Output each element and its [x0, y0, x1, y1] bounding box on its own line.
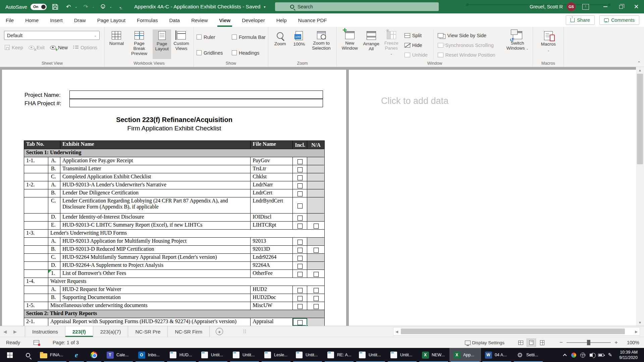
table-row[interactable]: B.Transmittal LetterTrsLtr	[24, 165, 324, 173]
table-row[interactable]: E.HUD-92013-C LIHTC Summary Report (Exce…	[24, 222, 324, 230]
taskbar-app-chrome[interactable]	[85, 348, 103, 362]
taskbar-app-doc-untit[interactable]: Untit...	[292, 348, 323, 362]
taskbar-clock[interactable]: 10:39 AM 9/11/2020	[614, 350, 642, 360]
table-row[interactable]: D.HUD-92264-A Supplement to Project Anal…	[24, 262, 324, 270]
ribbon-tab-help[interactable]: Help	[271, 13, 292, 27]
ribbon-tab-nuance-pdf[interactable]: Nuance PDF	[292, 13, 333, 27]
network-icon[interactable]	[578, 348, 587, 362]
click-to-add-placeholder[interactable]: Click to add data	[381, 96, 448, 106]
taskbar-app-word-04a[interactable]: W04 A...	[481, 348, 513, 362]
custom-views-button[interactable]: Custom Views	[172, 29, 191, 59]
touch-mode-caret-icon[interactable]: ⌄	[109, 5, 112, 8]
table-row[interactable]: 1.List of Borrower's Other FeesOtherFee	[24, 270, 324, 278]
headings-checkbox[interactable]: Headings	[232, 49, 269, 57]
undo-icon[interactable]: ↶	[63, 2, 73, 11]
taskbar-app-ie[interactable]: e	[68, 348, 85, 362]
normal-view-button[interactable]: Normal	[107, 29, 126, 59]
window-title[interactable]: Appendix 4A-C - Application Exhibit Chec…	[134, 0, 266, 13]
checkbox[interactable]	[298, 272, 303, 277]
taskbar-app-outlook-inbo[interactable]: OInbo...	[134, 348, 166, 362]
comments-button[interactable]: Comments	[599, 15, 639, 25]
checkbox[interactable]	[298, 240, 303, 245]
view-normal-button[interactable]	[516, 339, 525, 347]
checkbox[interactable]	[298, 320, 303, 325]
scroll-up-icon[interactable]: ▲	[636, 67, 644, 73]
restore-button[interactable]	[613, 0, 629, 13]
fha-project-field[interactable]	[69, 99, 323, 107]
table-row[interactable]: A.HUD-92013 Application for Multifamily …	[24, 238, 324, 246]
avatar[interactable]: GS	[567, 2, 576, 11]
sheet-tab-nc-sr-pre[interactable]: NC-SR Pre	[128, 326, 168, 337]
user-name[interactable]: Greuel, Scott R	[530, 4, 563, 9]
customize-qat-icon[interactable]: ⌄̲	[115, 2, 125, 11]
ribbon-tab-file[interactable]: File	[0, 13, 19, 27]
checkbox[interactable]	[298, 256, 303, 261]
checkbox[interactable]	[314, 272, 319, 277]
table-row[interactable]: D.Lender Identity-of-Interest Disclosure…	[24, 214, 324, 222]
view-page-break-button[interactable]	[537, 339, 547, 347]
battery-icon[interactable]	[596, 348, 605, 362]
tray-app-icon[interactable]	[569, 348, 578, 362]
checkbox[interactable]	[298, 191, 303, 196]
pen-icon[interactable]: ✎	[605, 348, 614, 362]
formula-bar-checkbox[interactable]: Formula Bar	[232, 33, 269, 41]
page-break-preview-button[interactable]: Page Break Preview	[126, 29, 152, 59]
sheet-tab-nc-sr-firm[interactable]: NC-SR Firm	[168, 326, 210, 337]
taskbar-app-doc-rea[interactable]: RE: A...	[323, 348, 355, 362]
page-1[interactable]: Project Name: FHA Project #: Section 223…	[2, 70, 346, 326]
checkbox[interactable]	[298, 183, 303, 188]
ribbon-tab-formulas[interactable]: Formulas	[131, 13, 164, 27]
checkbox[interactable]	[314, 248, 319, 253]
sheet-tab-instructions[interactable]: Instructions	[25, 326, 65, 337]
taskbar-search-button[interactable]	[19, 348, 36, 362]
taskbar-app-excel-app[interactable]: XApp...	[449, 348, 481, 362]
table-row[interactable]: C.HUD-92264 Multifamily Summary Appraisa…	[24, 254, 324, 262]
undo-caret-icon[interactable]: ⌄	[75, 5, 77, 8]
zoom-to-selection-button[interactable]: Zoom to Selection	[309, 29, 334, 59]
new-window-button[interactable]: New Window	[339, 29, 360, 59]
checkbox[interactable]	[314, 296, 319, 301]
start-button[interactable]	[0, 348, 19, 362]
hide-button[interactable]: Hide	[405, 41, 431, 49]
checkbox[interactable]	[298, 224, 303, 229]
page-2[interactable]: Click to add data	[349, 70, 636, 326]
tray-expand-icon[interactable]	[560, 348, 569, 362]
vertical-scrollbar[interactable]: ▲ ▼	[636, 67, 644, 326]
table-row[interactable]: A.HUD-2 Request for WaiverHUD2	[24, 286, 324, 294]
checkbox[interactable]	[298, 167, 303, 172]
view-page-layout-button[interactable]	[527, 339, 536, 347]
table-row[interactable]: 1-2.A.HUD-92013-A Lender's Underwriter's…	[24, 181, 324, 189]
page-layout-view-button[interactable]: Page Layout	[153, 29, 171, 59]
view-side-by-side-button[interactable]: View Side by Side	[438, 31, 500, 40]
section-row[interactable]: Section 2: Third Party Reports	[24, 310, 324, 318]
ruler-checkbox[interactable]: Ruler	[197, 33, 232, 41]
split-button[interactable]: Split	[405, 31, 431, 40]
macros-button[interactable]: Macros⌄	[537, 29, 560, 59]
table-row[interactable]: 2-1.Appraisal Report with Supporting For…	[24, 318, 324, 326]
taskbar-app-doc-untit[interactable]: Untit...	[229, 348, 260, 362]
zoom-slider[interactable]	[567, 342, 611, 343]
table-row[interactable]: 1-4.Waiver Requests	[24, 278, 324, 286]
sheet-tab-223-a-7-[interactable]: 223(a)(7)	[93, 326, 128, 337]
taskbar-app-teams-cale[interactable]: TCale...	[103, 348, 134, 362]
minimize-button[interactable]	[598, 0, 613, 13]
save-icon[interactable]	[50, 2, 60, 11]
taskbar-app-folder-fina[interactable]: FINA...	[36, 348, 68, 362]
search-box[interactable]: Search	[275, 2, 439, 11]
checkbox[interactable]	[298, 175, 303, 180]
tab-scrollbar-splitter[interactable]: ⁞⁞	[243, 326, 247, 337]
table-row[interactable]: 1-3.Lender's Underwriting HUD Forms	[24, 230, 324, 238]
ribbon-tab-developer[interactable]: Developer	[236, 13, 270, 27]
arrange-all-button[interactable]: Arrange All	[362, 29, 381, 59]
taskbar-app-doc-untit[interactable]: Untit...	[197, 348, 229, 362]
zoom-button[interactable]: Zoom	[271, 29, 289, 59]
zoom-in-button[interactable]: +	[614, 339, 619, 346]
taskbar-app-doc-untit[interactable]: Untit...	[386, 348, 418, 362]
sheet-nav-left-icon[interactable]: ◀	[0, 326, 10, 337]
sheet-tab-223-f-[interactable]: 223(f)	[65, 326, 93, 337]
switch-windows-button[interactable]: Switch Windows ⌄	[505, 29, 530, 59]
checkbox[interactable]	[298, 248, 303, 253]
touch-mode-icon[interactable]	[98, 2, 108, 11]
ribbon-tab-data[interactable]: Data	[163, 13, 185, 27]
checkbox[interactable]	[298, 296, 303, 301]
